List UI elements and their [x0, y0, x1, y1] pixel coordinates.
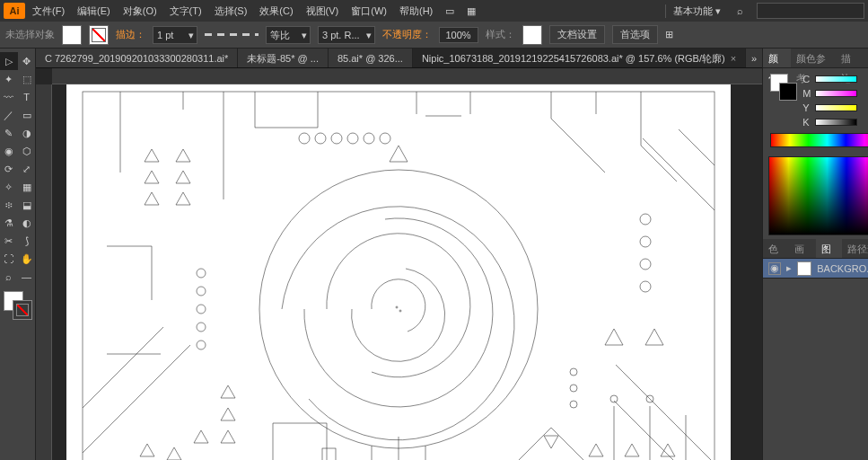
right-panel-dock: 颜色 颜色参考 描边 渐变 C0.0 M0 Y0 K0 色板 画笔 图层 路径查… — [762, 49, 868, 460]
tab-color[interactable]: 颜色 — [763, 49, 791, 67]
tab-pathfinder[interactable]: 路径查找器 — [842, 239, 868, 258]
tool-button[interactable]: ▦ — [18, 178, 36, 196]
tool-button[interactable]: ⬚ — [18, 70, 36, 88]
stroke-chip[interactable] — [779, 83, 797, 101]
layer-row[interactable]: ◉ ▸ BACKGRO... ○ — [763, 259, 868, 279]
tool-button[interactable]: ⟳ — [0, 160, 18, 178]
menu-window[interactable]: 窗口(W) — [346, 4, 392, 18]
tool-button[interactable]: ◐ — [18, 214, 36, 232]
tab-gradient[interactable]: 渐变 — [864, 49, 868, 67]
tool-button[interactable]: ▭ — [18, 106, 36, 124]
menu-bar: Ai 文件(F) 编辑(E) 对象(O) 文字(T) 选择(S) 效果(C) 视… — [0, 0, 868, 22]
c-slider[interactable] — [815, 75, 857, 83]
style-label: 样式： — [486, 28, 515, 41]
fill-swatch[interactable] — [62, 25, 82, 45]
tabs-overflow-icon[interactable]: » — [746, 53, 762, 64]
document-tab[interactable]: 未标题-85* @ ... — [238, 49, 329, 68]
stroke-label: 描边： — [116, 28, 145, 41]
y-slider[interactable] — [815, 104, 857, 111]
menu-type[interactable]: 文字(T) — [164, 4, 207, 18]
align-icon[interactable]: ⊞ — [665, 29, 673, 40]
m-value: 0 — [861, 88, 868, 99]
k-slider[interactable] — [815, 119, 857, 126]
tool-button[interactable]: ⬡ — [18, 142, 36, 160]
tab-brushes[interactable]: 画笔 — [789, 239, 815, 258]
svg-point-11 — [197, 287, 206, 296]
document-tab[interactable]: C 7262799_201909201033300280311.ai* — [36, 49, 238, 68]
menu-select[interactable]: 选择(S) — [209, 4, 253, 18]
tool-button[interactable]: ✦ — [0, 70, 18, 88]
tool-button[interactable]: ⚗ — [0, 214, 18, 232]
m-slider[interactable] — [815, 90, 857, 97]
tool-button[interactable]: 〰 — [0, 88, 18, 106]
close-icon[interactable]: × — [731, 53, 736, 64]
spectrum-bar[interactable] — [770, 133, 868, 147]
tool-button[interactable]: ⤢ — [18, 160, 36, 178]
svg-point-21 — [570, 401, 577, 408]
k-value: 0 — [861, 117, 868, 128]
svg-point-19 — [570, 368, 577, 376]
menu-effect[interactable]: 效果(C) — [254, 4, 298, 18]
tool-button[interactable]: ✋ — [18, 250, 36, 268]
svg-point-7 — [347, 133, 358, 144]
search-input[interactable] — [757, 3, 864, 19]
search-icon[interactable]: ⌕ — [730, 3, 750, 19]
toolbox: ▷✥✦⬚〰T／▭✎◑◉⬡⟳⤢✧▦፨⬓⚗◐✂⟆⛶✋⌕— — [0, 49, 36, 460]
tab-swatches[interactable]: 色板 — [763, 239, 789, 258]
tool-button[interactable]: ◑ — [18, 124, 36, 142]
menu-help[interactable]: 帮助(H) — [394, 4, 438, 18]
tool-button[interactable]: ⬓ — [18, 196, 36, 214]
tool-button[interactable]: ▷ — [0, 52, 18, 70]
bridge-icon[interactable]: ▦ — [461, 3, 481, 19]
vertical-ruler — [36, 84, 52, 460]
tool-button[interactable]: ◉ — [0, 142, 18, 160]
document-setup-button[interactable]: 文档设置 — [549, 25, 605, 44]
color-picker[interactable] — [768, 156, 868, 235]
preferences-button[interactable]: 首选项 — [612, 25, 658, 44]
tab-stroke[interactable]: 描边 — [836, 49, 864, 67]
menu-file[interactable]: 文件(F) — [27, 4, 70, 18]
document-tab-active[interactable]: Nipic_10673188_20191219225415726083.ai* … — [413, 49, 746, 68]
tool-button[interactable]: ／ — [0, 106, 18, 124]
menu-view[interactable]: 视图(V) — [301, 4, 345, 18]
tool-button[interactable]: — — [18, 268, 36, 286]
chevron-right-icon[interactable]: ▸ — [786, 262, 792, 274]
background-swatch[interactable] — [13, 300, 32, 320]
opacity-input[interactable] — [439, 27, 478, 43]
svg-point-13 — [197, 323, 206, 332]
tab-layers[interactable]: 图层 — [816, 239, 842, 258]
svg-point-20 — [570, 385, 577, 392]
stroke-swatch[interactable] — [89, 25, 109, 45]
tool-button[interactable]: T — [18, 88, 36, 106]
tool-button[interactable]: ⛶ — [0, 250, 18, 268]
svg-point-3 — [399, 310, 401, 312]
control-bar: 未选择对象 描边： 1 pt 等比 3 pt. R... 不透明度： 样式： 文… — [0, 22, 868, 49]
tool-button[interactable]: ፨ — [0, 196, 18, 214]
brush-select[interactable]: 3 pt. R... — [318, 26, 375, 44]
svg-point-5 — [315, 133, 326, 144]
tool-button[interactable]: ⌕ — [0, 268, 18, 286]
svg-point-17 — [640, 259, 651, 270]
tool-button[interactable]: ✧ — [0, 178, 18, 196]
m-label: M — [802, 88, 811, 99]
svg-point-4 — [299, 133, 310, 144]
workspace-switcher[interactable]: 基本功能 ▾ — [665, 4, 728, 18]
layout-icon[interactable]: ▭ — [440, 3, 460, 19]
tool-button[interactable]: ⟆ — [18, 232, 36, 250]
visibility-toggle-icon[interactable]: ◉ — [768, 262, 781, 275]
svg-rect-22 — [322, 448, 336, 460]
document-tab[interactable]: 85.ai* @ 326... — [329, 49, 413, 68]
tool-button[interactable]: ✎ — [0, 124, 18, 142]
stroke-weight-select[interactable]: 1 pt — [153, 26, 197, 44]
tab-color-guide[interactable]: 颜色参考 — [791, 49, 836, 67]
canvas[interactable] — [52, 84, 762, 460]
profile-select[interactable]: 等比 — [266, 26, 311, 44]
horizontal-ruler — [52, 68, 762, 84]
style-swatch[interactable] — [522, 25, 542, 45]
menu-object[interactable]: 对象(O) — [118, 4, 162, 18]
selection-status: 未选择对象 — [5, 28, 55, 41]
color-controls[interactable] — [4, 291, 32, 320]
tool-button[interactable]: ✥ — [18, 52, 36, 70]
menu-edit[interactable]: 编辑(E) — [72, 4, 116, 18]
tool-button[interactable]: ✂ — [0, 232, 18, 250]
